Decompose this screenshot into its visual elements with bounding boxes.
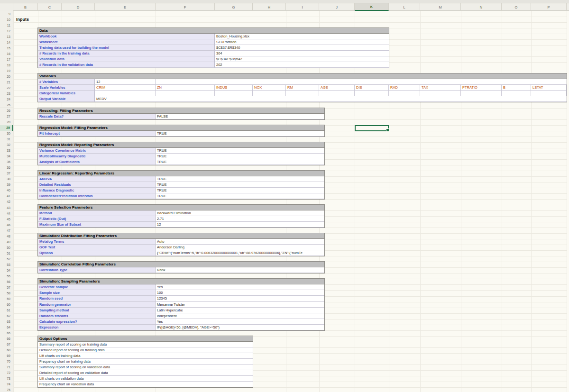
column-header-H[interactable]: H: [253, 3, 286, 11]
param-value[interactable]: Backward Elimination: [156, 210, 324, 216]
output-variable-value[interactable]: MEDV: [95, 96, 567, 102]
categorical-variable-cell[interactable]: [531, 91, 567, 96]
param-value[interactable]: TRUE: [156, 182, 324, 188]
scale-variable-cell[interactable]: AGE: [319, 85, 355, 91]
section-sim_distribution-header[interactable]: Simulation: Distribution Fitting Paramet…: [38, 233, 324, 239]
param-value[interactable]: Yes: [156, 284, 324, 290]
param-label[interactable]: Categorical Variables: [38, 91, 95, 96]
categorical-variable-cell[interactable]: [461, 91, 502, 96]
param-value[interactable]: Auto: [156, 239, 324, 245]
param-value[interactable]: TRUE: [156, 154, 324, 159]
param-label[interactable]: Output Variable: [38, 96, 95, 102]
output-option-row[interactable]: Lift charts on training data: [38, 353, 253, 359]
categorical-variable-cell[interactable]: [95, 91, 156, 96]
param-label[interactable]: Random seed: [38, 296, 156, 301]
section-feature_selection-header[interactable]: Feature Selection Parameters: [38, 205, 324, 210]
column-header-J[interactable]: J: [319, 3, 355, 11]
select-all-corner[interactable]: [0, 3, 13, 11]
output-option-row[interactable]: Detailed report of scoring on validation…: [38, 370, 253, 376]
sheet-title-cell[interactable]: Inputs: [16, 17, 29, 22]
categorical-variable-cell[interactable]: [156, 91, 215, 96]
param-value[interactable]: Latin Hypercube: [156, 308, 324, 313]
scale-variable-cell[interactable]: ZN: [156, 85, 215, 91]
param-label[interactable]: Scale Variables: [38, 85, 95, 91]
param-value[interactable]: TRUE: [156, 193, 324, 199]
param-label[interactable]: Sample size: [38, 290, 156, 296]
categorical-variable-cell[interactable]: [253, 91, 286, 96]
column-header-I[interactable]: I: [286, 3, 319, 11]
column-header-B[interactable]: B: [13, 3, 38, 11]
param-value[interactable]: {"CRIM":{"numTerms":5,"lb":0.00632000000…: [156, 250, 324, 256]
param-label[interactable]: Fit Intercept: [38, 131, 156, 137]
section-rescaling-header[interactable]: Rescaling: Fitting Parameters: [38, 108, 324, 114]
section-reg_reporting-header[interactable]: Regression Model: Reporting Parameters: [38, 142, 324, 148]
param-label[interactable]: # Variables: [38, 79, 95, 85]
param-label[interactable]: ANOVA: [38, 176, 156, 182]
param-value[interactable]: FALSE: [156, 114, 324, 119]
output-option-row[interactable]: Detailed report of scoring on training d…: [38, 347, 253, 353]
param-value[interactable]: Yes: [156, 319, 324, 325]
param-value[interactable]: TRUE: [156, 176, 324, 182]
categorical-variable-cell[interactable]: [420, 91, 461, 96]
column-header-G[interactable]: G: [215, 3, 253, 11]
param-value[interactable]: 100: [156, 290, 324, 296]
categorical-variable-cell[interactable]: [355, 91, 389, 96]
section-sim_sampling-header[interactable]: Simulation: Sampling Parameters: [38, 279, 324, 284]
column-header-F[interactable]: F: [156, 3, 215, 11]
scale-variable-cell[interactable]: CRIM: [95, 85, 156, 91]
param-label[interactable]: Metalog Terms: [38, 239, 156, 245]
param-label[interactable]: Maximum Size of Subset: [38, 222, 156, 228]
param-value[interactable]: $C$37:$R$340: [215, 45, 389, 51]
param-value[interactable]: IF([@AGE]<50, [@MEDV], "AGE>=50"): [156, 325, 324, 330]
row-header-75[interactable]: 75: [0, 387, 13, 392]
param-value[interactable]: 12: [156, 222, 324, 228]
categorical-variable-cell[interactable]: [502, 91, 531, 96]
param-value[interactable]: TRUE: [156, 188, 324, 193]
param-value[interactable]: Rank: [156, 267, 324, 273]
param-value[interactable]: $C$341:$R$542: [215, 56, 389, 62]
section-data-header[interactable]: Data: [38, 28, 389, 34]
param-label[interactable]: Expression: [38, 325, 156, 330]
column-header-D[interactable]: D: [62, 3, 95, 11]
column-header-C[interactable]: C: [38, 3, 62, 11]
column-header-N[interactable]: N: [461, 3, 502, 11]
param-value[interactable]: Boston_Housing.xlsx: [215, 34, 389, 39]
param-value[interactable]: Independent: [156, 313, 324, 319]
param-value[interactable]: Mersenne Twister: [156, 302, 324, 308]
scale-variable-cell[interactable]: INDUS: [215, 85, 253, 91]
scale-variable-cell[interactable]: NOX: [253, 85, 286, 91]
param-label[interactable]: Workbook: [38, 34, 215, 39]
param-label[interactable]: Detailed Residuals: [38, 182, 156, 188]
param-label[interactable]: Options: [38, 250, 156, 256]
param-label[interactable]: Rescale Data?: [38, 114, 156, 119]
param-label[interactable]: Analysis of Coefficients: [38, 159, 156, 165]
param-label[interactable]: Generate sample: [38, 284, 156, 290]
scale-variable-cell[interactable]: LSTAT: [531, 85, 567, 91]
param-label[interactable]: Method: [38, 210, 156, 216]
empty-cell[interactable]: [156, 79, 567, 85]
selected-cell[interactable]: [355, 125, 389, 131]
param-label[interactable]: Worksheet: [38, 39, 215, 45]
param-value[interactable]: TRUE: [156, 131, 324, 137]
param-label[interactable]: Random streams: [38, 313, 156, 319]
param-label[interactable]: F-Statistic (Out): [38, 216, 156, 222]
output-option-row[interactable]: Summary report of scoring on validation …: [38, 365, 253, 370]
param-label[interactable]: Confidence/Prediction Intervals: [38, 193, 156, 199]
output-option-row[interactable]: Frequency chart on training data: [38, 359, 253, 365]
categorical-variable-cell[interactable]: [319, 91, 355, 96]
param-value[interactable]: 304: [215, 51, 389, 56]
categorical-variable-cell[interactable]: [389, 91, 420, 96]
param-label[interactable]: Training data used for building the mode…: [38, 45, 215, 51]
param-value[interactable]: 202: [215, 62, 389, 68]
section-sim_correlation-header[interactable]: Simulation: Correlation Fitting Paramete…: [38, 262, 324, 267]
param-value[interactable]: TRUE: [156, 148, 324, 154]
scale-variable-cell[interactable]: TAX: [420, 85, 461, 91]
param-label[interactable]: Multicollinearity Diagnostic: [38, 154, 156, 159]
param-label[interactable]: # Records in the validation data: [38, 62, 215, 68]
param-label[interactable]: Correlation Type: [38, 267, 156, 273]
param-label[interactable]: Variance-Covariance Matrix: [38, 148, 156, 154]
param-value[interactable]: 2.71: [156, 216, 324, 222]
param-value[interactable]: TRUE: [156, 159, 324, 165]
param-label[interactable]: Influence Diagnostic: [38, 188, 156, 193]
column-header-K[interactable]: K: [355, 3, 389, 11]
